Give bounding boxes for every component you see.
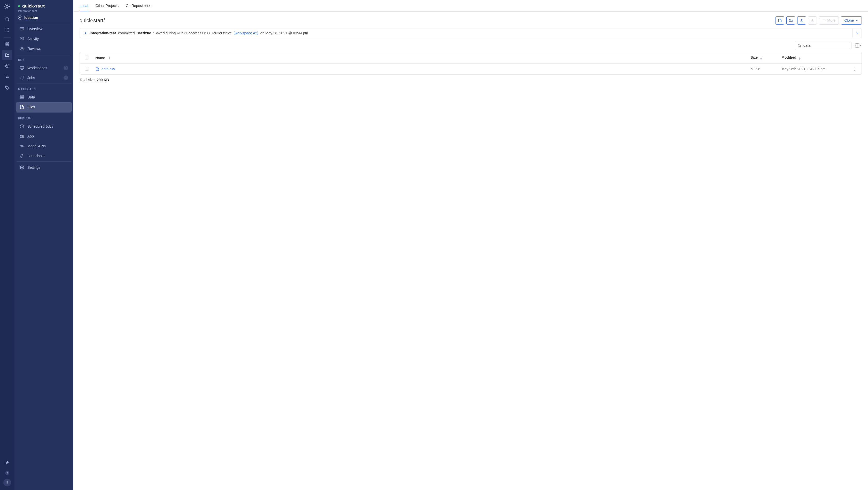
rail-data-icon[interactable] <box>2 39 12 49</box>
chevron-down-icon <box>855 31 859 35</box>
svg-point-26 <box>22 167 23 168</box>
tab-git-repositories[interactable]: Git Repositories <box>126 4 152 11</box>
new-file-button[interactable] <box>776 16 784 25</box>
tab-other-projects[interactable]: Other Projects <box>95 4 118 11</box>
upload-button[interactable] <box>797 16 806 25</box>
columns-icon <box>855 43 860 48</box>
sidebar-item-activity[interactable]: Activity <box>16 34 72 43</box>
add-job-button[interactable]: + <box>64 75 68 80</box>
clone-button[interactable]: Clone <box>841 16 862 25</box>
file-name-link[interactable]: data.csv <box>101 67 115 71</box>
sidebar-item-scheduled-jobs[interactable]: Scheduled Jobs <box>16 122 72 131</box>
sidebar-item-label: Reviews <box>27 47 41 51</box>
sidebar-item-overview[interactable]: Overview <box>16 24 72 34</box>
rail-help-icon[interactable]: ? <box>2 468 12 478</box>
table-header: Name ▲▼ Size ▲▼ Modified ▲▼ <box>80 52 862 64</box>
svg-point-17 <box>22 48 23 49</box>
commit-timestamp: on May 26, 2021 @ 03:44 pm <box>260 31 308 35</box>
commit-expand-button[interactable] <box>852 28 862 38</box>
commit-icon <box>84 31 88 35</box>
breadcrumb: quick-start/ <box>80 18 105 24</box>
sort-icon: ▲▼ <box>760 57 762 60</box>
commit-verb: committed <box>118 31 135 35</box>
commit-author: integration-test <box>90 31 116 35</box>
section-materials: MATERIALS <box>14 85 73 92</box>
svg-point-3 <box>7 28 8 29</box>
sidebar-item-label: Overview <box>27 27 42 31</box>
search-input[interactable] <box>803 43 848 48</box>
table-row[interactable]: data.csv 68 KB May 26th 2021, 3:42:05 pm… <box>80 64 862 74</box>
activity-icon <box>20 36 24 41</box>
commit-workspace-link[interactable]: (workspace #2) <box>234 31 258 35</box>
sort-icon: ▲▼ <box>798 57 801 60</box>
rail-cube-icon[interactable] <box>2 61 12 71</box>
total-size: Total size: 290 KB <box>80 78 862 82</box>
sidebar-item-launchers[interactable]: Launchers <box>16 151 72 160</box>
sidebar-item-label: Workspaces <box>27 66 47 70</box>
overview-icon <box>20 27 24 31</box>
rail-wrench-icon[interactable] <box>2 457 12 467</box>
sidebar-item-label: App <box>27 134 34 138</box>
sidebar-item-label: Model APIs <box>27 144 46 148</box>
rail-swap-icon[interactable] <box>2 71 12 82</box>
rail-grid[interactable] <box>2 25 12 35</box>
svg-point-28 <box>824 20 824 21</box>
file-modified: May 26th 2021, 3:42:05 pm <box>781 67 848 71</box>
select-all-checkbox[interactable] <box>85 56 89 59</box>
svg-point-20 <box>21 95 24 97</box>
app-logo-icon <box>3 3 11 10</box>
svg-text:?: ? <box>6 472 8 474</box>
caret-down-icon <box>860 44 862 47</box>
commit-hash[interactable]: 3acd20e <box>137 31 151 35</box>
header-name[interactable]: Name ▲▼ <box>95 56 750 60</box>
commit-bar: integration-test committed 3acd20e "Save… <box>80 28 862 38</box>
sidebar-item-files[interactable]: Files <box>16 102 72 112</box>
more-button: More <box>819 16 839 25</box>
sidebar-item-jobs[interactable]: Jobs + <box>16 73 72 83</box>
svg-point-31 <box>798 44 801 47</box>
sidebar-item-app[interactable]: App <box>16 131 72 141</box>
sidebar-item-label: Scheduled Jobs <box>27 124 53 128</box>
sidebar-item-settings[interactable]: Settings <box>16 163 72 172</box>
rail-search[interactable] <box>2 14 12 24</box>
svg-point-11 <box>6 42 9 44</box>
svg-point-30 <box>85 33 86 34</box>
app-icon <box>20 134 24 139</box>
sidebar-item-data[interactable]: Data <box>16 93 72 102</box>
columns-button[interactable] <box>855 43 862 48</box>
new-folder-button[interactable] <box>786 16 795 25</box>
search-icon <box>798 43 801 48</box>
tabs: Local Other Projects Git Repositories <box>73 0 868 12</box>
project-title: quick-start <box>22 4 45 9</box>
file-size: 68 KB <box>750 67 781 71</box>
svg-point-19 <box>20 76 24 80</box>
sidebar-item-label: Settings <box>27 165 40 170</box>
svg-rect-18 <box>20 66 24 69</box>
icon-rail: ? II <box>0 0 14 490</box>
sidebar-item-workspaces[interactable]: Workspaces + <box>16 63 72 72</box>
add-workspace-button[interactable]: + <box>64 66 68 70</box>
sidebar-item-label: Activity <box>27 37 39 41</box>
files-icon <box>20 105 24 109</box>
svg-rect-23 <box>23 135 24 136</box>
header-modified[interactable]: Modified ▲▼ <box>781 55 848 60</box>
svg-rect-22 <box>21 135 22 136</box>
main-area: Local Other Projects Git Repositories qu… <box>73 0 868 490</box>
swap-icon <box>20 144 24 148</box>
row-checkbox[interactable] <box>85 67 89 70</box>
header-size[interactable]: Size ▲▼ <box>750 55 781 60</box>
tab-local[interactable]: Local <box>80 4 88 11</box>
search-box[interactable] <box>795 41 851 49</box>
sidebar-item-label: Launchers <box>27 154 44 158</box>
user-avatar[interactable]: II <box>3 479 11 486</box>
launchers-icon <box>20 154 24 158</box>
rail-tag-icon[interactable] <box>2 83 12 93</box>
reviews-icon <box>20 46 24 51</box>
project-phase[interactable]: Ideation <box>18 16 70 20</box>
svg-point-2 <box>6 28 6 29</box>
rail-folder-icon[interactable] <box>2 50 12 60</box>
row-menu-button[interactable]: ⋮ <box>848 67 857 71</box>
sidebar-item-reviews[interactable]: Reviews <box>16 44 72 53</box>
sidebar-item-model-apis[interactable]: Model APIs <box>16 141 72 151</box>
sort-icon: ▲▼ <box>108 56 111 59</box>
